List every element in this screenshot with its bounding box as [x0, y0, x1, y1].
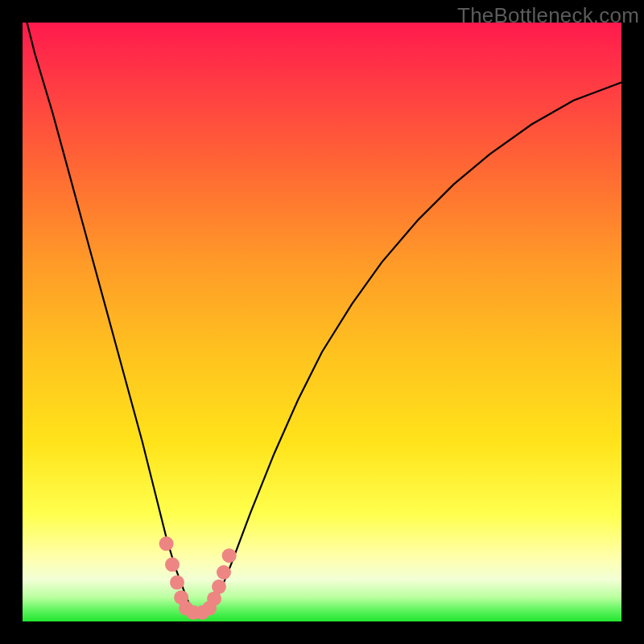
curve-marker: [159, 536, 174, 551]
curve-marker: [170, 576, 184, 590]
watermark-text: TheBottleneck.com: [457, 3, 639, 28]
curve-marker: [165, 557, 180, 572]
curve-marker: [212, 580, 226, 594]
curve-marker: [217, 565, 231, 580]
plot-area: [23, 23, 621, 621]
chart-frame: TheBottleneck.com: [0, 0, 644, 644]
chart-svg: [23, 23, 621, 621]
gradient-background: [23, 23, 621, 621]
curve-marker: [222, 548, 237, 563]
